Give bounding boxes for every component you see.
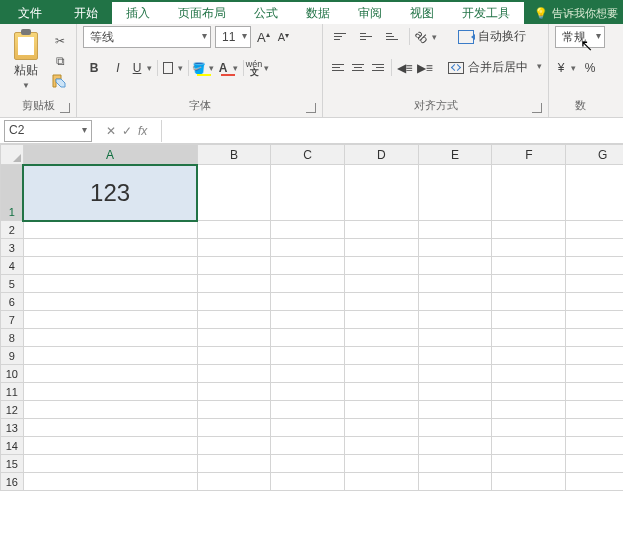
- cell[interactable]: [271, 165, 345, 221]
- cell[interactable]: [566, 165, 623, 221]
- row-header-12[interactable]: 12: [1, 401, 24, 419]
- cell[interactable]: [197, 419, 271, 437]
- row-header-13[interactable]: 13: [1, 419, 24, 437]
- col-header-f[interactable]: F: [492, 145, 566, 165]
- cell[interactable]: [345, 401, 419, 419]
- cell[interactable]: [23, 347, 197, 365]
- cell[interactable]: [566, 347, 623, 365]
- cell[interactable]: [271, 257, 345, 275]
- cell[interactable]: [566, 275, 623, 293]
- row-header-3[interactable]: 3: [1, 239, 24, 257]
- font-size-combo[interactable]: 11: [215, 26, 251, 48]
- cell[interactable]: [23, 455, 197, 473]
- cell[interactable]: [418, 257, 492, 275]
- cell[interactable]: [492, 293, 566, 311]
- insert-function-button[interactable]: fx: [138, 124, 147, 138]
- align-center-button[interactable]: [349, 58, 367, 78]
- cell[interactable]: [566, 293, 623, 311]
- cell[interactable]: [23, 311, 197, 329]
- cell[interactable]: [271, 347, 345, 365]
- cell[interactable]: [345, 437, 419, 455]
- cell[interactable]: [271, 221, 345, 239]
- tab-file[interactable]: 文件: [0, 2, 60, 24]
- cell[interactable]: [418, 401, 492, 419]
- cell[interactable]: [492, 329, 566, 347]
- row-header-4[interactable]: 4: [1, 257, 24, 275]
- cell[interactable]: [345, 455, 419, 473]
- percent-button[interactable]: %: [579, 58, 601, 78]
- cell[interactable]: [418, 329, 492, 347]
- font-launcher[interactable]: [306, 103, 316, 113]
- cell[interactable]: [345, 329, 419, 347]
- font-name-combo[interactable]: 等线: [83, 26, 211, 48]
- cell[interactable]: [418, 239, 492, 257]
- row-header-14[interactable]: 14: [1, 437, 24, 455]
- cut-button[interactable]: ✂: [50, 32, 70, 50]
- cell-a1[interactable]: 123: [23, 165, 197, 221]
- row-header-15[interactable]: 15: [1, 455, 24, 473]
- grow-font-button[interactable]: A▴: [255, 30, 272, 45]
- tell-me-search[interactable]: 💡 告诉我你想要: [524, 2, 623, 24]
- decrease-indent-button[interactable]: ◀≡: [396, 58, 414, 78]
- cell[interactable]: [345, 473, 419, 491]
- italic-button[interactable]: I: [107, 58, 129, 78]
- col-header-c[interactable]: C: [271, 145, 345, 165]
- align-middle-button[interactable]: [355, 27, 377, 47]
- cell[interactable]: [197, 473, 271, 491]
- phonetic-button[interactable]: wén文: [248, 58, 270, 78]
- cell[interactable]: [197, 365, 271, 383]
- cell[interactable]: [23, 329, 197, 347]
- cell[interactable]: [197, 165, 271, 221]
- cell[interactable]: [345, 383, 419, 401]
- name-box[interactable]: C2: [4, 120, 92, 142]
- increase-indent-button[interactable]: ▶≡: [416, 58, 434, 78]
- cell[interactable]: [271, 473, 345, 491]
- cell[interactable]: [418, 365, 492, 383]
- tab-data[interactable]: 数据: [292, 2, 344, 24]
- cell[interactable]: [271, 419, 345, 437]
- merge-center-button[interactable]: 合并后居中: [444, 57, 542, 78]
- cell[interactable]: [345, 419, 419, 437]
- cell[interactable]: [23, 275, 197, 293]
- cell[interactable]: [418, 437, 492, 455]
- tab-home[interactable]: 开始: [60, 2, 112, 24]
- copy-button[interactable]: ⧉: [50, 52, 70, 70]
- row-header-6[interactable]: 6: [1, 293, 24, 311]
- row-header-10[interactable]: 10: [1, 365, 24, 383]
- row-header-7[interactable]: 7: [1, 311, 24, 329]
- cell[interactable]: [197, 311, 271, 329]
- border-button[interactable]: [162, 58, 184, 78]
- orientation-button[interactable]: ab: [416, 27, 438, 47]
- underline-button[interactable]: U: [131, 58, 153, 78]
- cell[interactable]: [418, 293, 492, 311]
- cell[interactable]: [492, 401, 566, 419]
- cell[interactable]: [566, 401, 623, 419]
- cancel-formula-button[interactable]: ✕: [106, 124, 116, 138]
- cell[interactable]: [492, 257, 566, 275]
- cell[interactable]: [492, 347, 566, 365]
- col-header-g[interactable]: G: [566, 145, 623, 165]
- format-painter-button[interactable]: [50, 72, 68, 90]
- cell[interactable]: [492, 455, 566, 473]
- cell[interactable]: [345, 293, 419, 311]
- number-format-combo[interactable]: 常规: [555, 26, 605, 48]
- cell[interactable]: [197, 383, 271, 401]
- cell[interactable]: [492, 473, 566, 491]
- cell[interactable]: [418, 311, 492, 329]
- font-color-button[interactable]: A: [217, 58, 239, 78]
- accounting-format-button[interactable]: ¥: [555, 58, 577, 78]
- cell[interactable]: [492, 165, 566, 221]
- cell[interactable]: [566, 419, 623, 437]
- cell[interactable]: [271, 401, 345, 419]
- cell[interactable]: [271, 329, 345, 347]
- cell[interactable]: [197, 329, 271, 347]
- row-header-5[interactable]: 5: [1, 275, 24, 293]
- clipboard-launcher[interactable]: [60, 103, 70, 113]
- row-header-8[interactable]: 8: [1, 329, 24, 347]
- cell[interactable]: [345, 365, 419, 383]
- cell[interactable]: [271, 365, 345, 383]
- cell[interactable]: [418, 275, 492, 293]
- cell[interactable]: [345, 239, 419, 257]
- select-all-corner[interactable]: [1, 145, 24, 165]
- cell[interactable]: [23, 383, 197, 401]
